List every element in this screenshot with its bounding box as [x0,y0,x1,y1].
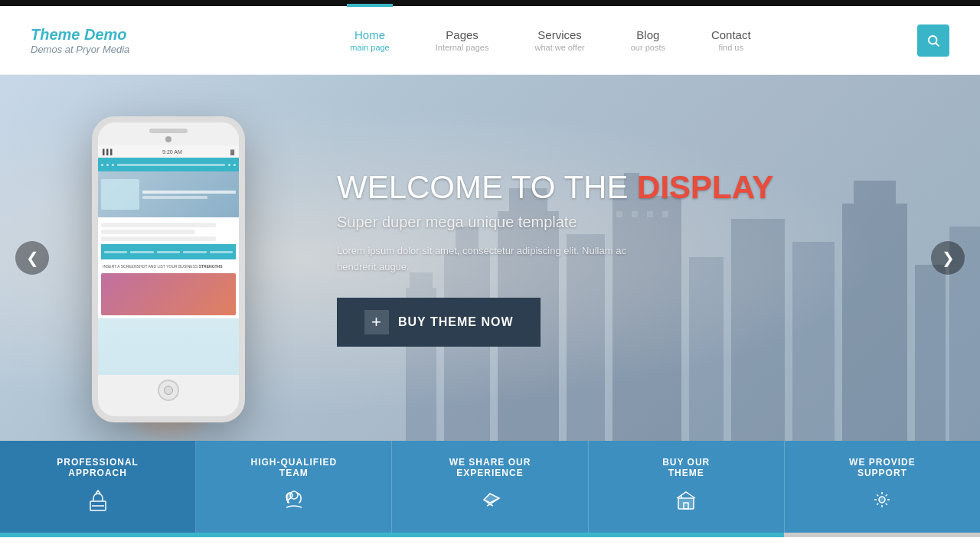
buy-button-plus: + [364,310,389,334]
nav-label-pages: Pages [446,28,479,41]
feature-icon-experience [478,487,502,517]
header: Theme Demo Demos at Pryor Media Home mai… [0,6,980,75]
feature-icon-professional [86,487,110,517]
hero-text: WELCOME TO THE DISPLAY Super duper mega … [337,169,919,347]
nav-label-contact: Contact [711,28,751,41]
top-bar [0,0,980,6]
phone-battery: ▓ [230,149,234,155]
bottom-bar [0,533,980,537]
nav-item-blog[interactable]: Blog our posts [608,28,688,52]
feature-item-theme[interactable]: BUY OURTHEME [589,441,785,533]
hero-description: Lorem ipsum dolor sit amet, consectetur … [337,243,658,276]
svg-line-1 [936,43,939,46]
nav-item-services[interactable]: Services what we offer [511,28,607,52]
features-bar: PROFESSIONALAPPROACH HIGH-QUALIFIEDTEAM … [0,441,980,533]
hero-section: ▌▌▌ 9:20 AM ▓ [0,75,980,441]
feature-title-support: WE PROVIDESUPPORT [849,457,916,478]
logo-title[interactable]: Theme Demo [31,26,184,44]
feature-title-team: HIGH-QUALIFIEDTEAM [250,457,337,478]
feature-title-theme: BUY OURTHEME [662,457,710,478]
nav-label-blog: Blog [636,28,659,41]
nav-sub-home: main page [350,43,389,52]
phone-mockup: ▌▌▌ 9:20 AM ▓ [92,116,245,422]
phone-time: 9:20 AM [162,149,182,155]
phone-home-button [158,380,179,401]
feature-title-professional: PROFESSIONALAPPROACH [57,457,139,478]
phone-camera [165,136,172,142]
phone-speaker [149,129,188,133]
feature-title-experience: WE SHARE OUREXPERIENCE [449,457,531,478]
logo-subtitle: Demos at Pryor Media [31,44,184,55]
hero-title-pre: WELCOME TO THE [337,169,637,205]
nav-item-home[interactable]: Home main page [327,28,412,52]
main-nav: Home main page Pages Internal pages Serv… [184,28,917,52]
feature-icon-theme [674,487,698,517]
buy-theme-button[interactable]: + BUY THEME NOW [337,298,541,347]
nav-item-pages[interactable]: Pages Internal pages [413,28,512,52]
feature-item-experience[interactable]: WE SHARE OUREXPERIENCE [392,441,588,533]
svg-rect-27 [678,498,694,509]
nav-item-contact[interactable]: Contact find us [688,28,774,52]
bottom-bar-progress [0,533,784,537]
slider-next-arrow[interactable]: ❯ [931,241,965,275]
buy-button-label: BUY THEME NOW [398,315,513,329]
phone-area: ▌▌▌ 9:20 AM ▓ [61,93,276,422]
hero-subtitle: Super duper mega unique template [337,214,919,231]
feature-icon-support [870,487,894,517]
logo-area: Theme Demo Demos at Pryor Media [31,26,184,55]
svg-point-0 [929,36,937,44]
phone-screen: ▌▌▌ 9:20 AM ▓ [98,145,239,375]
hero-title: WELCOME TO THE DISPLAY [337,169,919,206]
nav-label-services: Services [537,28,582,41]
phone-signal: ▌▌▌ [103,149,114,155]
nav-label-home: Home [354,28,385,41]
search-button[interactable] [917,24,949,57]
slider-prev-arrow[interactable]: ❮ [15,241,49,275]
svg-point-29 [879,497,885,503]
feature-item-professional[interactable]: PROFESSIONALAPPROACH [0,441,196,533]
nav-sub-pages: Internal pages [436,43,489,52]
hero-content: ▌▌▌ 9:20 AM ▓ [0,75,980,441]
feature-item-support[interactable]: WE PROVIDESUPPORT [785,441,980,533]
feature-icon-team [282,487,306,517]
feature-item-team[interactable]: HIGH-QUALIFIEDTEAM [196,441,392,533]
nav-sub-blog: our posts [631,43,665,52]
nav-sub-contact: find us [719,43,743,52]
hero-title-accent: DISPLAY [637,169,773,205]
nav-sub-services: what we offer [534,43,584,52]
